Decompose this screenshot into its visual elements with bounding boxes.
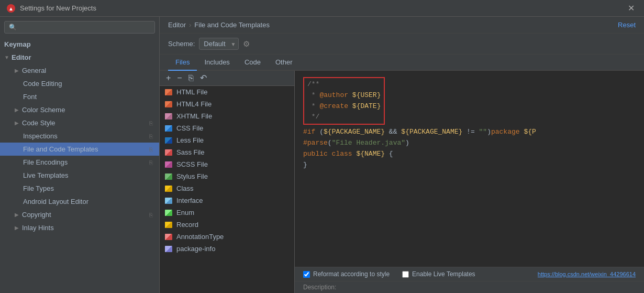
reformat-checkbox[interactable]: Reformat according to style — [303, 270, 390, 278]
scss-file-icon — [164, 161, 173, 168]
sidebar-item-label: Font — [23, 93, 37, 101]
sidebar-item-label: General — [22, 67, 46, 74]
file-name: SCSS File — [176, 160, 208, 168]
sidebar: Keymap Editor General Code Editing Font … — [0, 17, 160, 293]
sidebar-item-label: File Types — [23, 185, 54, 192]
html-file-icon — [164, 89, 173, 96]
list-item[interactable]: Stylus File — [160, 170, 294, 182]
less-file-icon — [164, 137, 173, 144]
sidebar-item-live-templates[interactable]: Live Templates — [0, 169, 159, 182]
interface-file-icon — [164, 197, 173, 204]
file-name: Class — [176, 185, 194, 192]
list-item[interactable]: Class — [160, 182, 294, 194]
code-annotation: @author — [319, 90, 352, 101]
sidebar-item-keymap[interactable]: Keymap — [0, 38, 159, 51]
undo-button[interactable]: ↶ — [198, 73, 209, 83]
file-list-panel: + − ⎘ ↶ HTML File HTML4 File — [160, 71, 295, 293]
html4-file-icon — [164, 101, 173, 108]
reset-button[interactable]: Reset — [618, 21, 636, 29]
copy-icon: ⎘ — [149, 212, 153, 218]
file-name: Record — [176, 221, 198, 229]
list-item[interactable]: Enum — [160, 207, 294, 219]
tab-code[interactable]: Code — [237, 55, 268, 71]
code-panel: /** * @author ${USER} * @create ${DATE} … — [295, 71, 644, 293]
sidebar-item-file-types[interactable]: File Types — [0, 182, 159, 195]
sidebar-item-inspections[interactable]: Inspections ⎘ — [0, 129, 159, 143]
sidebar-item-label: Inlay Hints — [22, 224, 54, 232]
code-editor[interactable]: /** * @author ${USER} * @create ${DATE} … — [295, 71, 644, 267]
record-file-icon — [164, 221, 173, 229]
search-input[interactable] — [4, 21, 155, 34]
list-item[interactable]: CSS File — [160, 122, 294, 134]
reformat-checkbox-input[interactable] — [303, 271, 310, 278]
code-line: #if (${PACKAGE_NAME} && ${PACKAGE_NAME} … — [303, 127, 636, 138]
tab-includes[interactable]: Includes — [197, 55, 237, 71]
sidebar-item-label: File Encodings — [23, 158, 68, 166]
app-logo: ▲ — [6, 4, 16, 13]
copy-icon: ⎘ — [149, 159, 153, 166]
code-variable: ${PACKAGE_NAME} — [401, 127, 462, 138]
package-file-icon — [164, 245, 173, 253]
sidebar-item-color-scheme[interactable]: Color Scheme — [0, 103, 159, 116]
code-line: } — [303, 160, 636, 171]
sidebar-item-general[interactable]: General — [0, 64, 159, 77]
list-item[interactable]: XHTML File — [160, 110, 294, 122]
sidebar-item-android-layout-editor[interactable]: Android Layout Editor — [0, 195, 159, 208]
code-line: #parse("File Header.java") — [303, 138, 636, 149]
list-item[interactable]: Less File — [160, 134, 294, 146]
url-link[interactable]: https://blog.csdn.net/weixin_44296614 — [538, 271, 636, 277]
list-item[interactable]: Record — [160, 219, 294, 231]
sidebar-item-copyright[interactable]: Copyright ⎘ — [0, 208, 159, 221]
copy-template-button[interactable]: ⎘ — [186, 73, 196, 83]
list-item[interactable]: Sass File — [160, 146, 294, 158]
sidebar-item-label: Editor — [12, 53, 31, 61]
file-name: Enum — [176, 209, 194, 216]
title-bar: ▲ Settings for New Projects ✕ — [0, 0, 644, 17]
sidebar-item-file-and-code-templates[interactable]: File and Code Templates ⎘ — [0, 143, 159, 156]
code-line: public class ${NAME} { — [303, 149, 636, 160]
copyright-chevron-icon — [15, 212, 21, 218]
sidebar-item-inlay-hints[interactable]: Inlay Hints — [0, 221, 159, 234]
sidebar-item-code-style[interactable]: Code Style ⎘ — [0, 116, 159, 129]
highlighted-comment-block: /** * @author ${USER} * @create ${DATE} … — [303, 77, 385, 125]
copy-icon: ⎘ — [149, 133, 153, 139]
gear-icon[interactable]: ⚙ — [243, 39, 250, 49]
list-item[interactable]: AnnotationType — [160, 231, 294, 243]
file-name: package-info — [176, 245, 215, 253]
code-line: * @author ${USER} — [307, 90, 381, 101]
sidebar-item-code-editing[interactable]: Code Editing — [0, 77, 159, 90]
file-list-toolbar: + − ⎘ ↶ — [160, 71, 294, 86]
stylus-file-icon — [164, 173, 173, 180]
scheme-select[interactable]: Default Project — [199, 38, 239, 50]
close-button[interactable]: ✕ — [625, 2, 638, 14]
list-item[interactable]: HTML File — [160, 86, 294, 98]
live-templates-checkbox[interactable]: Enable Live Templates — [402, 270, 475, 278]
sidebar-item-editor[interactable]: Editor — [0, 51, 159, 64]
sidebar-item-label: Keymap — [4, 40, 31, 48]
add-button[interactable]: + — [164, 73, 173, 83]
code-bottom-bar: Reformat according to style Enable Live … — [295, 267, 644, 281]
live-templates-checkbox-input[interactable] — [402, 271, 409, 278]
tab-other[interactable]: Other — [268, 55, 300, 71]
svg-text:▲: ▲ — [8, 6, 14, 12]
sidebar-item-font[interactable]: Font — [0, 90, 159, 103]
main-layout: Keymap Editor General Code Editing Font … — [0, 17, 644, 293]
list-item[interactable]: HTML4 File — [160, 98, 294, 110]
file-name: XHTML File — [176, 112, 212, 120]
sass-file-icon — [164, 149, 173, 156]
list-item[interactable]: SCSS File — [160, 158, 294, 170]
copy-icon: ⎘ — [149, 146, 153, 153]
sidebar-item-file-encodings[interactable]: File Encodings ⎘ — [0, 156, 159, 169]
breadcrumb-parent: Editor — [168, 21, 186, 29]
list-item[interactable]: package-info — [160, 243, 294, 255]
remove-button[interactable]: − — [175, 73, 184, 83]
scheme-select-wrapper: Default Project — [199, 38, 239, 50]
breadcrumb-current: File and Code Templates — [194, 21, 270, 29]
file-list: HTML File HTML4 File XHTML File CSS File — [160, 86, 294, 293]
tab-files[interactable]: Files — [168, 55, 197, 71]
sidebar-item-label: Copyright — [22, 211, 51, 219]
annotation-file-icon — [164, 233, 173, 241]
list-item[interactable]: Interface — [160, 194, 294, 207]
code-keyword: public class — [303, 149, 356, 160]
live-templates-label: Enable Live Templates — [412, 270, 475, 278]
